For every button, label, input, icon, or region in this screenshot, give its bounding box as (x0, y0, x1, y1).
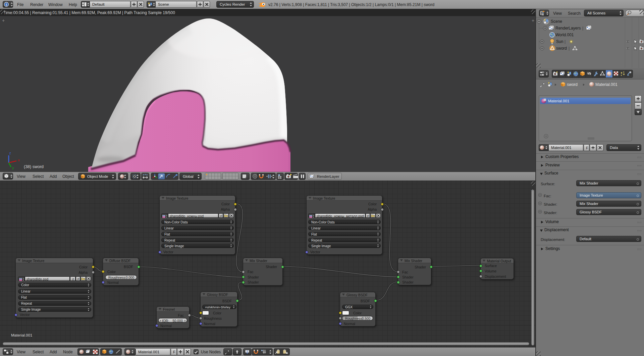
svg-text:Sun: Sun (556, 39, 563, 44)
svg-text:|: | (582, 26, 583, 31)
svg-text:i: i (6, 3, 7, 6)
svg-text:Scene: Scene (551, 19, 562, 24)
svg-text:z: z (9, 151, 11, 155)
svg-text:x: x (18, 158, 20, 162)
svg-text:sword: sword (556, 46, 567, 51)
svg-text:sword: sword (567, 82, 578, 87)
svg-text:RenderLayers: RenderLayers (555, 26, 581, 31)
svg-text:World.001: World.001 (555, 33, 574, 37)
svg-text:Material.001: Material.001 (595, 82, 618, 87)
svg-text:|: | (565, 39, 566, 44)
svg-text:y: y (12, 166, 14, 170)
svg-text:|: | (569, 46, 570, 51)
